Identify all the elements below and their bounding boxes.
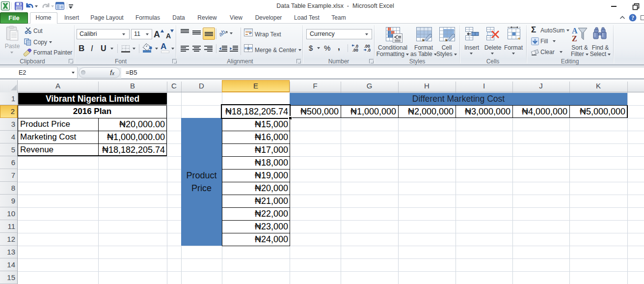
svg-text:.00: .00 <box>352 48 358 52</box>
svg-text:A: A <box>572 27 578 35</box>
svg-text:Z: Z <box>572 34 577 43</box>
svg-text:a: a <box>247 46 249 51</box>
svg-text:?: ? <box>631 15 634 21</box>
